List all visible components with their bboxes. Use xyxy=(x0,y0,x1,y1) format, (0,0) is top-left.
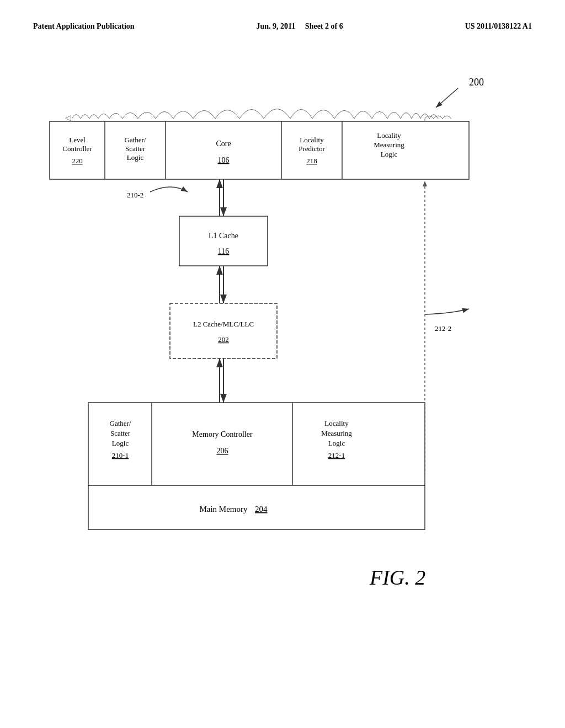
label-200: 200 xyxy=(469,77,484,88)
level-controller-line1: Level xyxy=(69,136,86,144)
page-header: Patent Application Publication Jun. 9, 2… xyxy=(0,0,565,31)
header-publication-number: US 2011/0138122 A1 xyxy=(465,22,532,30)
gather-scatter-top-line2: Scatter xyxy=(125,144,146,153)
gather-scatter-bot-line1: Gather/ xyxy=(110,419,131,427)
header-sheet: Sheet 2 of 6 xyxy=(305,22,343,30)
l2-cache-num: 202 xyxy=(218,335,229,344)
level-controller-num: 220 xyxy=(72,157,83,165)
locality-measuring-top-line3: Logic xyxy=(381,150,398,158)
gather-scatter-top-line3: Logic xyxy=(127,153,144,162)
main-memory-num: 204 xyxy=(255,505,268,513)
locality-measuring-bot-num: 212-1 xyxy=(328,451,345,459)
locality-measuring-bot-line2: Measuring xyxy=(321,429,352,437)
top-arcs xyxy=(72,109,438,119)
core-num: 106 xyxy=(218,156,230,164)
header-date: Jun. 9, 2011 xyxy=(257,22,296,30)
l1-cache-line1: L1 Cache xyxy=(209,232,238,240)
locality-measuring-top-line2: Measuring xyxy=(374,141,404,149)
gather-scatter-bot-num: 210-1 xyxy=(112,451,129,459)
arrow-212-2 xyxy=(425,309,469,314)
label-212-2: 212-2 xyxy=(435,324,451,333)
memory-controller-num: 206 xyxy=(217,447,228,455)
locality-measuring-top-line1: Locality xyxy=(377,131,401,140)
locality-measuring-bot-line1: Locality xyxy=(324,419,349,427)
header-left-text: Patent Application Publication xyxy=(33,22,135,30)
l2-cache-line1: L2 Cache/MLC/LLC xyxy=(193,320,254,328)
header-center: Jun. 9, 2011 Sheet 2 of 6 xyxy=(257,22,343,31)
core-line1: Core xyxy=(216,140,231,148)
top-row-container xyxy=(50,121,469,179)
locality-measuring-bot-line3: Logic xyxy=(328,439,345,447)
memory-controller-line1: Memory Controller xyxy=(192,430,253,438)
gather-scatter-bot-line2: Scatter xyxy=(110,429,131,437)
l1-cache-num: 116 xyxy=(218,247,229,255)
bottom-row-container xyxy=(88,403,425,485)
triangle-top-right xyxy=(423,181,427,186)
gather-scatter-bot-line3: Logic xyxy=(112,439,129,447)
fig-label: FIG. 2 xyxy=(369,566,425,589)
header-left: Patent Application Publication xyxy=(33,22,135,31)
locality-predictor-line2: Predictor xyxy=(299,144,325,153)
main-memory-text: Main Memory xyxy=(199,505,248,513)
arrow-210-2 xyxy=(150,187,188,192)
locality-predictor-num: 218 xyxy=(306,157,317,165)
level-controller-line2: Controller xyxy=(62,144,92,153)
locality-predictor-line1: Locality xyxy=(300,136,324,144)
gather-scatter-top-line1: Gather/ xyxy=(125,136,146,144)
arrow-200 xyxy=(436,88,458,108)
header-right: US 2011/0138122 A1 xyxy=(465,22,532,31)
l1-cache-box xyxy=(179,216,268,266)
arc-left-arrow: ◁ xyxy=(65,114,71,122)
l2-cache-box xyxy=(170,303,277,358)
main-diagram: 200 xyxy=(17,55,546,689)
right-side-vertical: 212-2 xyxy=(423,181,469,474)
label-210-2: 210-2 xyxy=(127,191,143,199)
